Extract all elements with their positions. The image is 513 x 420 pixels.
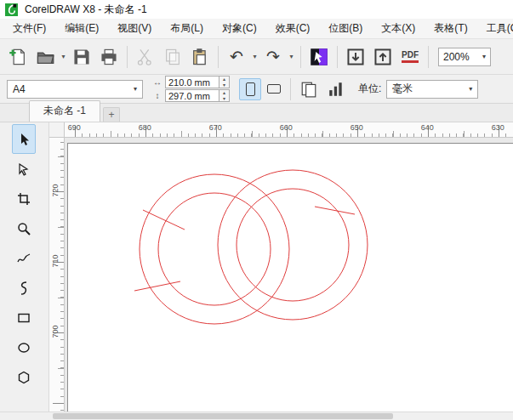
crop-tool[interactable] bbox=[12, 184, 36, 213]
menu-effects[interactable]: 效果(C) bbox=[266, 19, 320, 38]
paste-button[interactable] bbox=[187, 44, 213, 70]
page-height-stepper[interactable]: ▴ ▾ bbox=[219, 89, 230, 102]
new-tab-button[interactable]: + bbox=[103, 107, 120, 122]
standard-toolbar: ▾ ↶ ▾ ↷ ▾ bbox=[0, 39, 513, 75]
zoom-tool[interactable] bbox=[12, 213, 36, 243]
units-combobox[interactable]: 毫米 ▾ bbox=[386, 80, 478, 99]
landscape-orientation-button[interactable] bbox=[263, 78, 285, 100]
publish-pdf-button[interactable]: PDF bbox=[397, 44, 423, 70]
freehand-tool[interactable] bbox=[12, 243, 36, 273]
cut-icon bbox=[136, 48, 155, 66]
open-dropdown-caret[interactable]: ▾ bbox=[59, 44, 68, 70]
chevron-down-icon: ▾ bbox=[482, 53, 486, 60]
menu-object[interactable]: 对象(C) bbox=[213, 19, 266, 38]
units-label: 单位: bbox=[358, 82, 381, 96]
toolbar-separator bbox=[428, 46, 429, 68]
horizontal-scrollbar[interactable] bbox=[0, 411, 513, 420]
crop-tool-icon bbox=[17, 192, 31, 206]
redo-dropdown-caret[interactable]: ▾ bbox=[287, 44, 296, 70]
ruler-label: 720 bbox=[51, 183, 60, 198]
ellipse-tool-icon bbox=[17, 341, 31, 355]
scrollbar-thumb[interactable] bbox=[53, 413, 393, 419]
polygon-tool[interactable] bbox=[12, 362, 36, 392]
current-page-button[interactable] bbox=[323, 77, 349, 102]
cut-button bbox=[133, 44, 158, 70]
work-area: 690680670660650640630 720710700 bbox=[49, 122, 513, 411]
redo-icon: ↷ bbox=[266, 48, 280, 65]
zoom-level-combobox[interactable]: 200% ▾ bbox=[438, 48, 491, 66]
undo-dropdown-caret[interactable]: ▾ bbox=[250, 44, 259, 70]
pick-tool[interactable] bbox=[12, 124, 36, 154]
landscape-icon bbox=[267, 84, 281, 94]
curve-tool-icon bbox=[17, 281, 31, 295]
coreldraw-logo-icon bbox=[5, 3, 18, 16]
document-tab[interactable]: 未命名 -1 bbox=[29, 100, 100, 122]
page-dimensions-group: ↔ 210.0 mm ▴ ▾ ↕ 297.0 mm ▴ ▾ bbox=[151, 76, 230, 102]
ruler-label: 700 bbox=[51, 324, 60, 339]
shape-tool[interactable] bbox=[12, 154, 36, 184]
vertical-ruler[interactable]: 720710700 bbox=[49, 138, 65, 411]
canvas-row: 720710700 bbox=[49, 138, 513, 411]
title-bar: CorelDRAW X8 - 未命名 -1 bbox=[0, 0, 513, 19]
new-document-icon bbox=[9, 48, 27, 66]
toolbox bbox=[0, 122, 49, 411]
stepper-down-icon[interactable]: ▾ bbox=[219, 96, 229, 102]
stepper-down-icon[interactable]: ▾ bbox=[219, 82, 229, 88]
search-content-button[interactable] bbox=[306, 44, 332, 70]
page-size-combobox[interactable]: A4 ▾ bbox=[7, 80, 143, 99]
ruler-ticks bbox=[53, 138, 64, 411]
page-width-stepper[interactable]: ▴ ▾ bbox=[219, 76, 230, 88]
freehand-tool-icon bbox=[17, 252, 31, 265]
main-area: 690680670660650640630 720710700 bbox=[0, 122, 513, 411]
ruler-label: 710 bbox=[51, 253, 60, 269]
save-button[interactable] bbox=[69, 44, 94, 70]
portrait-orientation-button[interactable] bbox=[239, 78, 261, 100]
ruler-row: 690680670660650640630 bbox=[49, 122, 513, 138]
pages-icon bbox=[300, 81, 317, 98]
units-value: 毫米 bbox=[392, 82, 413, 96]
drawing-svg bbox=[65, 138, 513, 411]
menu-text[interactable]: 文本(X) bbox=[372, 19, 425, 38]
app-window: CorelDRAW X8 - 未命名 -1 文件(F) 编辑(E) 视图(V) … bbox=[0, 0, 513, 420]
rectangle-tool[interactable] bbox=[12, 303, 36, 332]
page-width-field[interactable]: 210.0 mm bbox=[165, 76, 219, 88]
curve-tool[interactable] bbox=[12, 273, 36, 303]
menu-layout[interactable]: 布局(L) bbox=[161, 19, 213, 38]
open-button[interactable] bbox=[32, 44, 58, 70]
menu-bar: 文件(F) 编辑(E) 视图(V) 布局(L) 对象(C) 效果(C) 位图(B… bbox=[0, 19, 513, 39]
ruler-label: 640 bbox=[421, 123, 434, 132]
menu-edit[interactable]: 编辑(E) bbox=[55, 19, 108, 38]
page-size-value: A4 bbox=[13, 83, 26, 95]
export-button[interactable] bbox=[370, 44, 396, 70]
menu-view[interactable]: 视图(V) bbox=[108, 19, 161, 38]
horizontal-ruler[interactable]: 690680670660650640630 bbox=[65, 122, 513, 138]
ruler-label: 660 bbox=[280, 123, 293, 132]
bar-chart-icon bbox=[328, 81, 345, 98]
magnifier-icon bbox=[17, 222, 31, 236]
print-button[interactable] bbox=[96, 44, 122, 70]
new-document-button[interactable] bbox=[5, 44, 31, 70]
all-pages-button[interactable] bbox=[296, 77, 322, 102]
menu-file[interactable]: 文件(F) bbox=[3, 19, 55, 38]
ellipse-tool[interactable] bbox=[12, 332, 36, 362]
menu-bitmaps[interactable]: 位图(B) bbox=[319, 19, 372, 38]
toolbar-separator bbox=[218, 46, 219, 68]
chevron-down-icon: ▾ bbox=[134, 85, 137, 93]
ruler-label: 630 bbox=[492, 123, 504, 132]
import-button[interactable] bbox=[343, 44, 368, 70]
page-width-icon: ↔ bbox=[151, 77, 163, 87]
redo-button[interactable]: ↷ bbox=[260, 44, 286, 70]
canvas[interactable] bbox=[65, 138, 513, 411]
ruler-label: 690 bbox=[68, 123, 81, 132]
portrait-icon bbox=[246, 82, 255, 96]
toolbar-separator bbox=[290, 78, 291, 100]
undo-button[interactable]: ↶ bbox=[224, 44, 249, 70]
pick-tool-icon bbox=[17, 133, 31, 146]
toolbar-separator bbox=[337, 46, 338, 68]
menu-table[interactable]: 表格(T) bbox=[425, 19, 476, 38]
print-icon bbox=[100, 48, 118, 66]
launcher-icon bbox=[310, 48, 328, 66]
menu-tools[interactable]: 工具(O) bbox=[477, 19, 513, 38]
page-height-field[interactable]: 297.0 mm bbox=[165, 89, 219, 102]
export-icon bbox=[373, 48, 392, 66]
